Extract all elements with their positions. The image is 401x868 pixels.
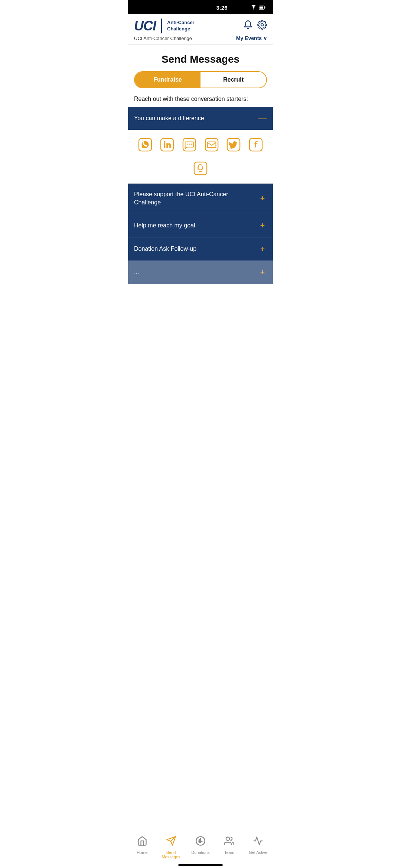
- svg-rect-2: [265, 7, 265, 9]
- collapse-icon-1: —: [258, 114, 267, 123]
- svg-rect-13: [207, 142, 216, 147]
- message-item-2[interactable]: Please support the UCI Anti-Cancer Chall…: [128, 184, 273, 214]
- page-title: Send Messages: [128, 45, 273, 71]
- notification-icon[interactable]: [243, 20, 253, 32]
- app-header: UCI Anti-CancerChallenge UCI Anti-Cancer…: [128, 14, 273, 45]
- recruit-tab[interactable]: Recruit: [200, 72, 266, 88]
- snapchat-icon[interactable]: [192, 160, 209, 177]
- svg-rect-6: [164, 143, 166, 148]
- battery-icon: [259, 4, 265, 11]
- message-text-5: ...: [134, 268, 258, 276]
- share-icons-row-1: [134, 136, 267, 154]
- svg-rect-1: [260, 7, 263, 9]
- status-bar: 3:26: [128, 0, 273, 14]
- twitter-icon[interactable]: [225, 136, 242, 154]
- svg-point-9: [187, 144, 188, 145]
- svg-point-10: [189, 144, 190, 145]
- share-icons-row-2: [134, 160, 267, 177]
- wifi-icon: [251, 4, 257, 11]
- message-type-toggle: Fundraise Recruit: [134, 71, 267, 88]
- message-text-3: Help me reach my goal: [134, 221, 258, 230]
- svg-point-7: [164, 141, 166, 143]
- message-text-2: Please support the UCI Anti-Cancer Chall…: [134, 190, 258, 207]
- uci-logo-text: UCI: [134, 18, 156, 34]
- settings-icon[interactable]: [257, 20, 267, 32]
- svg-point-3: [261, 24, 264, 26]
- expand-icon-2: +: [258, 194, 267, 203]
- message-text-1: You can make a difference: [134, 114, 258, 122]
- header-icons: [243, 20, 267, 32]
- logo-divider: [161, 19, 162, 33]
- expand-icon-3: +: [258, 221, 267, 230]
- section-label: Reach out with these conversation starte…: [128, 96, 273, 107]
- share-panel: [128, 130, 273, 184]
- org-name: UCI Anti-Cancer Challenge: [134, 36, 192, 41]
- status-time: 3:26: [193, 4, 251, 11]
- expand-icon-4: +: [258, 244, 267, 254]
- my-events-dropdown[interactable]: My Events ∨: [236, 35, 267, 41]
- facebook-icon[interactable]: [247, 136, 265, 154]
- fundraise-tab[interactable]: Fundraise: [135, 72, 200, 88]
- message-item-1[interactable]: You can make a difference —: [128, 107, 273, 130]
- whatsapp-icon[interactable]: [136, 136, 154, 154]
- challenge-logo-text: Anti-CancerChallenge: [167, 20, 195, 32]
- expand-icon-5: +: [258, 267, 267, 277]
- message-item-5[interactable]: ... +: [128, 261, 273, 284]
- linkedin-icon[interactable]: [158, 136, 176, 154]
- sms-icon[interactable]: [180, 136, 198, 154]
- main-content: Send Messages Fundraise Recruit Reach ou…: [128, 45, 273, 321]
- svg-point-11: [191, 144, 192, 145]
- logo: UCI Anti-CancerChallenge: [134, 18, 195, 34]
- message-item-3[interactable]: Help me reach my goal +: [128, 214, 273, 237]
- svg-rect-16: [194, 162, 207, 175]
- message-text-4: Donation Ask Follow-up: [134, 245, 258, 253]
- email-icon[interactable]: [203, 136, 221, 154]
- message-item-4[interactable]: Donation Ask Follow-up +: [128, 237, 273, 261]
- status-icons: [251, 4, 265, 11]
